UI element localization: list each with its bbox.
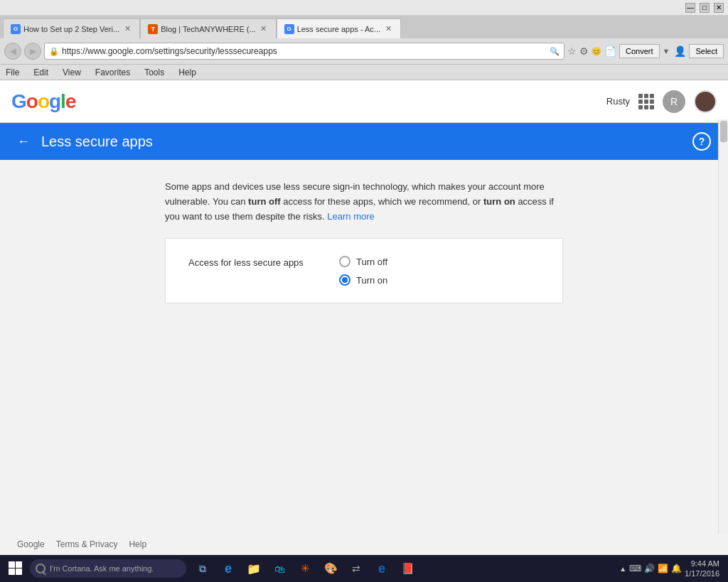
footer-terms-link[interactable]: Terms & Privacy — [56, 539, 118, 549]
time-display: 9:44 AM — [685, 559, 719, 568]
menu-view[interactable]: View — [60, 68, 84, 77]
folder-button[interactable]: 📁 — [242, 556, 266, 581]
page-title: Less secure apps — [41, 134, 153, 150]
tab-1[interactable]: G How to Set up 2 Step Veri... ✕ — [3, 18, 140, 38]
date-display: 1/17/2016 — [685, 568, 719, 578]
start-button[interactable] — [3, 556, 28, 581]
task-view-icon: ⧉ — [199, 563, 206, 575]
volume-icon[interactable]: 🔊 — [644, 564, 655, 573]
address-bar[interactable]: 🔒 https://www.google.com/settings/securi… — [44, 43, 564, 60]
page-footer: Google Terms & Privacy Help — [0, 534, 728, 555]
forward-button[interactable]: ▶ — [24, 43, 41, 60]
address-bar-row: ◀ ▶ 🔒 https://www.google.com/settings/se… — [0, 38, 728, 64]
tab-favicon-3: G — [284, 24, 294, 34]
tab-2[interactable]: T Blog | TechANYWHERE (... ✕ — [140, 18, 276, 38]
apps-grid-icon[interactable] — [638, 94, 654, 109]
tab-label-2: Blog | TechANYWHERE (... — [161, 25, 255, 33]
url-text: https://www.google.com/settings/security… — [62, 46, 547, 56]
tab-label-3: Less secure apps - Ac... — [297, 25, 380, 33]
taskbar-apps: ⧉ e 📁 🛍 ✳ 🎨 ⇄ e 📕 — [191, 556, 419, 581]
radio-on-input[interactable] — [339, 274, 350, 286]
folder-icon: 📁 — [247, 562, 261, 576]
title-bar: — □ ✕ — [0, 0, 728, 16]
pdf-button[interactable]: 📕 — [395, 556, 419, 581]
sunburst-button[interactable]: ✳ — [293, 556, 317, 581]
tab-3[interactable]: G Less secure apps - Ac... ✕ — [277, 18, 401, 38]
transfer-button[interactable]: ⇄ — [344, 556, 368, 581]
taskbar: I'm Cortana. Ask me anything. ⧉ e 📁 🛍 ✳ … — [0, 555, 728, 582]
lock-icon: 🔒 — [49, 47, 59, 56]
radio-turn-off[interactable]: Turn off — [339, 256, 387, 267]
cortana-search-icon — [36, 564, 46, 573]
ie2-button[interactable]: e — [370, 556, 394, 581]
convert-button[interactable]: Convert — [619, 44, 660, 58]
learn-more-link[interactable]: Learn more — [327, 211, 374, 222]
keyboard-icon: ⌨ — [629, 564, 641, 573]
footer-help-link[interactable]: Help — [129, 539, 146, 549]
restore-button[interactable]: □ — [700, 3, 710, 13]
radio-off-label: Turn off — [356, 257, 387, 267]
emoji-icon[interactable]: 😊 — [592, 47, 601, 56]
menu-favorites[interactable]: Favorites — [92, 68, 133, 77]
favorites-star-icon[interactable]: ☆ — [567, 45, 577, 57]
notification-icon[interactable]: 🔔 — [671, 564, 682, 573]
taskbar-right: ▲ ⌨ 🔊 📶 🔔 9:44 AM 1/17/2016 — [619, 559, 725, 579]
back-button[interactable]: ◀ — [4, 43, 21, 60]
ie-icon: e — [225, 561, 232, 576]
close-button[interactable]: ✕ — [714, 3, 724, 13]
cortana-search[interactable]: I'm Cortana. Ask me anything. — [30, 559, 186, 578]
menu-file[interactable]: File — [3, 68, 22, 77]
content-inner: Some apps and devices use less secure si… — [165, 180, 563, 303]
menu-tools[interactable]: Tools — [141, 68, 167, 77]
settings-row: Access for less secure apps Turn off Tur… — [188, 256, 540, 286]
store-button[interactable]: 🛍 — [267, 556, 291, 581]
menu-edit[interactable]: Edit — [31, 68, 51, 77]
search-icon: 🔍 — [550, 47, 560, 56]
pdf-icon: 📄 — [604, 45, 616, 57]
profile-photo[interactable] — [694, 90, 717, 113]
paint-button[interactable]: 🎨 — [318, 556, 343, 581]
tab-close-1[interactable]: ✕ — [122, 24, 132, 34]
ie-button[interactable]: e — [216, 556, 240, 581]
tab-favicon-2: T — [148, 24, 158, 34]
system-tray-expand[interactable]: ▲ — [619, 565, 626, 573]
radio-group: Turn off Turn on — [339, 256, 387, 286]
minimize-button[interactable]: — — [685, 3, 695, 13]
menu-bar: File Edit View Favorites Tools Help — [0, 64, 728, 80]
ie2-icon: e — [378, 561, 385, 576]
select-button[interactable]: Select — [689, 44, 724, 58]
help-button[interactable]: ? — [692, 132, 711, 151]
radio-turn-on[interactable]: Turn on — [339, 274, 387, 286]
scrollbar[interactable] — [718, 119, 728, 546]
main-content: Some apps and devices use less secure si… — [0, 160, 728, 480]
task-view-button[interactable]: ⧉ — [191, 556, 215, 581]
page-header: ← Less secure apps ? — [0, 123, 728, 160]
store-icon: 🛍 — [274, 563, 285, 575]
paint-icon: 🎨 — [324, 562, 338, 575]
transfer-icon: ⇄ — [352, 563, 360, 574]
radio-on-label: Turn on — [356, 275, 387, 286]
tab-close-2[interactable]: ✕ — [259, 24, 269, 34]
turn-on-emphasis: turn on — [483, 196, 515, 207]
scrollbar-thumb[interactable] — [720, 121, 727, 142]
sunburst-icon: ✳ — [301, 562, 310, 575]
footer-google-link[interactable]: Google — [17, 539, 45, 549]
radio-off-input[interactable] — [339, 256, 350, 267]
windows-logo-icon — [9, 561, 23, 576]
settings-gear-icon[interactable]: ⚙ — [579, 45, 589, 57]
user-name: Rusty — [606, 96, 630, 107]
pdf-taskbar-icon: 📕 — [401, 562, 414, 575]
turn-off-emphasis: turn off — [248, 196, 280, 207]
cortana-placeholder: I'm Cortana. Ask me anything. — [50, 564, 154, 573]
convert-toolbar: 📄 Convert ▼ 👤 Select — [604, 44, 724, 58]
google-logo[interactable]: Google — [11, 90, 75, 113]
settings-label: Access for less secure apps — [188, 256, 316, 268]
account-avatar[interactable]: R — [663, 90, 685, 113]
back-arrow-icon[interactable]: ← — [17, 134, 30, 149]
network-icon[interactable]: 📶 — [658, 564, 668, 573]
tab-close-3[interactable]: ✕ — [383, 24, 393, 34]
toolbar-right: ☆ ⚙ 😊 — [567, 45, 601, 57]
description-text: Some apps and devices use less secure si… — [165, 180, 563, 224]
browser-chrome: G How to Set up 2 Step Veri... ✕ T Blog … — [0, 16, 728, 80]
menu-help[interactable]: Help — [176, 68, 199, 77]
